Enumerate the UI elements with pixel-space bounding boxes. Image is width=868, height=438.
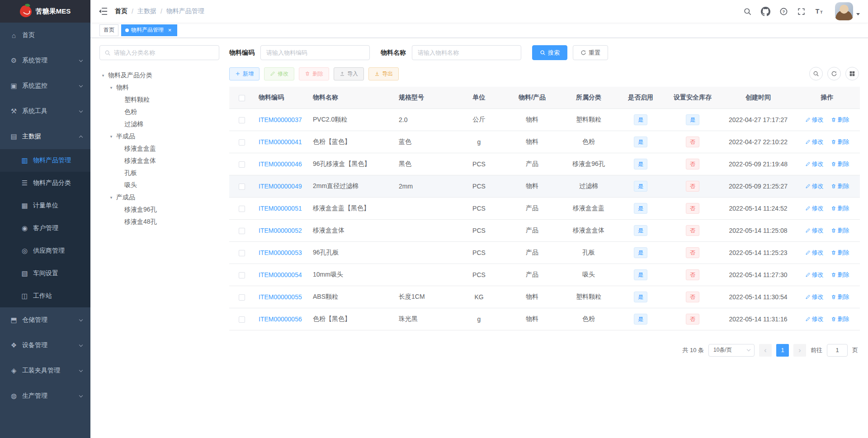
column-settings-button[interactable] [845,67,859,80]
tree-node[interactable]: ▾移液盒96孔 [99,203,219,216]
tree-expand-icon[interactable]: ▾ [108,195,115,200]
delete-row-button[interactable]: 删除 [831,204,849,212]
table-row[interactable]: ITEM00000056色粉【黑色】珠光黑g物料色粉是否2022-05-14 1… [229,308,860,330]
fullscreen-icon[interactable] [793,0,810,23]
sidebar-subitem[interactable]: ◫工作站 [0,285,90,307]
material-code-link[interactable]: ITEM00000051 [259,205,302,212]
sidebar-item[interactable]: ◈工装夹具管理 [0,358,90,383]
sidebar-item[interactable]: ❖设备管理 [0,333,90,358]
sidebar-subitem[interactable]: ◉客户管理 [0,217,90,240]
app-logo[interactable]: 苦糖果MES [0,0,90,23]
github-icon[interactable] [756,0,775,23]
delete-row-button[interactable]: 删除 [831,226,849,235]
table-row[interactable]: ITEM00000051移液盒盒盖【黑色】PCS产品移液盒盒盖是否2022-05… [229,197,860,219]
delete-button[interactable]: 删除 [299,67,329,80]
row-checkbox[interactable] [239,272,245,278]
tree-expand-icon[interactable]: ▾ [108,85,115,90]
tree-node[interactable]: ▾移液盒盒盖 [99,142,219,155]
table-row[interactable]: ITEM0000004696孔移液盒【黑色】黑色PCS产品移液盒96孔是否202… [229,153,860,175]
material-code-link[interactable]: ITEM00000052 [259,227,302,234]
edit-row-button[interactable]: 修改 [805,116,824,124]
tree-node[interactable]: ▾物料及产品分类 [99,69,219,81]
edit-row-button[interactable]: 修改 [805,226,824,235]
table-row[interactable]: ITEM0000005410mm吸头PCS产品吸头是否2022-05-14 11… [229,264,860,286]
delete-row-button[interactable]: 删除 [831,271,849,279]
edit-row-button[interactable]: 修改 [805,204,824,212]
delete-row-button[interactable]: 删除 [831,249,849,257]
page-number-button[interactable]: 1 [776,344,789,357]
row-checkbox[interactable] [239,139,245,146]
tree-expand-icon[interactable]: ▾ [108,134,115,139]
font-size-icon[interactable]: TT [810,0,829,23]
next-page-button[interactable]: › [793,344,806,357]
edit-row-button[interactable]: 修改 [805,138,824,146]
table-row[interactable]: ITEM000000492mm直径过滤棉2mmPCS物料过滤棉是否2022-05… [229,175,860,197]
row-checkbox[interactable] [239,316,245,323]
row-checkbox[interactable] [239,184,245,190]
import-button[interactable]: 导入 [334,67,364,80]
edit-row-button[interactable]: 修改 [805,315,824,323]
table-row[interactable]: ITEM00000041色粉【蓝色】蓝色g物料色粉是否2022-04-27 22… [229,131,860,153]
edit-row-button[interactable]: 修改 [805,271,824,279]
user-menu[interactable] [835,2,860,20]
edit-row-button[interactable]: 修改 [805,182,824,190]
row-checkbox[interactable] [239,250,245,256]
add-button[interactable]: 新增 [229,67,259,80]
goto-page-input[interactable] [827,344,848,357]
refresh-button[interactable] [827,67,841,80]
sidebar-item[interactable]: ▤主数据 [0,124,90,149]
material-code-input[interactable] [260,45,370,60]
delete-row-button[interactable]: 删除 [831,160,849,168]
row-checkbox[interactable] [239,117,245,123]
material-code-link[interactable]: ITEM00000041 [259,138,302,146]
sidebar-item[interactable]: ⚙系统管理 [0,48,90,73]
tree-node[interactable]: ▾孔板 [99,167,219,179]
tree-node[interactable]: ▾塑料颗粒 [99,94,219,106]
sidebar-item[interactable]: ◍生产管理 [0,383,90,409]
tree-node[interactable]: ▾过滤棉 [99,118,219,130]
material-code-link[interactable]: ITEM00000037 [259,116,302,123]
sidebar-subitem[interactable]: ▧车间设置 [0,262,90,285]
sidebar-item[interactable]: ⬒仓储管理 [0,307,90,333]
tree-node[interactable]: ▾色粉 [99,106,219,118]
page-size-select[interactable]: 10条/页 [708,344,755,357]
tree-node[interactable]: ▾移液盒48孔 [99,216,219,228]
sidebar-subitem[interactable]: ▦计量单位 [0,194,90,217]
row-checkbox[interactable] [239,161,245,168]
sidebar-item[interactable]: ⚒系统工具 [0,99,90,124]
edit-row-button[interactable]: 修改 [805,249,824,257]
tree-node[interactable]: ▾产成品 [99,191,219,203]
hamburger-icon[interactable] [94,0,112,23]
table-row[interactable]: ITEM0000005396孔孔板PCS产品孔板是否2022-05-14 11:… [229,241,860,264]
category-search-input[interactable] [114,49,214,56]
help-icon[interactable]: ? [775,0,793,23]
delete-row-button[interactable]: 删除 [831,315,849,323]
material-name-input[interactable] [412,45,521,60]
prev-page-button[interactable]: ‹ [759,344,772,357]
row-checkbox[interactable] [239,294,245,301]
sidebar-item[interactable]: ⌂首页 [0,23,90,48]
close-icon[interactable]: × [166,27,173,33]
material-code-link[interactable]: ITEM00000046 [259,160,302,168]
material-code-link[interactable]: ITEM00000053 [259,249,302,256]
tree-expand-icon[interactable]: ▾ [99,73,107,78]
tree-node[interactable]: ▾半成品 [99,130,219,142]
tab-item[interactable]: 首页 [99,24,118,36]
table-row[interactable]: ITEM00000037PVC2.0颗粒2.0公斤物料塑料颗粒是是2022-04… [229,108,860,131]
tree-node[interactable]: ▾物料 [99,81,219,94]
material-code-link[interactable]: ITEM00000054 [259,271,302,278]
table-row[interactable]: ITEM00000055ABS颗粒长度1CMKG物料塑料颗粒是否2022-05-… [229,286,860,308]
header-search-icon[interactable] [739,0,756,23]
tree-node[interactable]: ▾吸头 [99,179,219,191]
edit-row-button[interactable]: 修改 [805,160,824,168]
sidebar-subitem[interactable]: ☰物料产品分类 [0,172,90,194]
material-code-link[interactable]: ITEM00000055 [259,293,302,301]
search-button[interactable]: 搜索 [532,45,567,60]
breadcrumb-item[interactable]: 首页 [115,7,127,15]
edit-button[interactable]: 修改 [264,67,294,80]
select-all-checkbox[interactable] [239,95,245,101]
export-button[interactable]: 导出 [368,67,399,80]
tab-active[interactable]: 物料产品管理× [121,24,177,36]
delete-row-button[interactable]: 删除 [831,138,849,146]
reset-button[interactable]: 重置 [573,45,608,60]
